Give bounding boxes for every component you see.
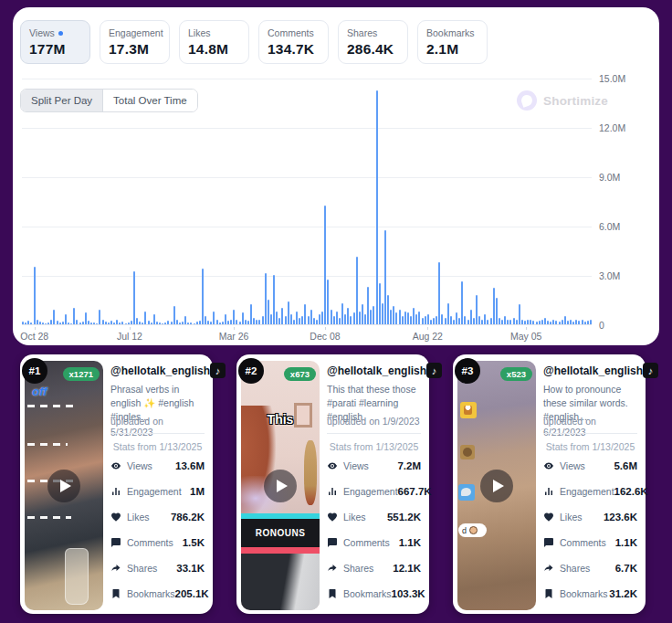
metric-label: Comments (268, 27, 314, 38)
bar-chart-icon (543, 486, 554, 497)
metric-card-views[interactable]: Views 177M (20, 20, 90, 64)
upload-date: uploaded on 1/9/2023 (327, 416, 420, 427)
stat-label: Likes (343, 512, 387, 523)
comment-icon (110, 537, 121, 548)
views-bar-chart[interactable] (22, 79, 592, 325)
stat-row-bookmarks: Bookmarks 31.2K (543, 586, 637, 601)
stat-row-comments: Comments 1.5K (110, 535, 205, 550)
x-tick-mark (35, 327, 36, 330)
stat-row-bookmarks: Bookmarks 205.1K (110, 586, 205, 601)
stat-label: Views (343, 460, 397, 471)
play-icon (493, 480, 504, 492)
stat-value: 1.1K (615, 537, 637, 548)
x-tick-mark (325, 327, 326, 330)
stat-row-views: Views 13.6M (110, 459, 205, 473)
multiplier-badge: x673 (284, 367, 316, 381)
share-icon (543, 563, 554, 574)
chart-bars (22, 78, 592, 324)
video-thumbnail[interactable]: x1271 off (25, 361, 103, 610)
stat-row-likes: Likes 786.2K (110, 510, 205, 524)
stat-value: 667.7K (398, 486, 432, 497)
x-tick-label: Dec 08 (310, 331, 340, 342)
stats-from-label: Stats from 1/13/2025 (327, 441, 421, 452)
y-tick-label: 9.0M (599, 172, 620, 183)
caption-line (27, 405, 79, 407)
tiktok-icon: ♪ (643, 363, 658, 378)
stat-value: 786.2K (171, 512, 205, 523)
stat-label: Shares (560, 563, 615, 574)
y-tick-label: 6.0M (599, 221, 620, 232)
y-axis: 15.0M 12.0M 9.0M 6.0M 3.0M 0 (599, 79, 654, 325)
stat-row-likes: Likes 123.6K (543, 510, 637, 524)
stat-label: Comments (343, 537, 399, 548)
dried-flowers (304, 440, 317, 505)
y-tick-label: 3.0M (599, 270, 620, 281)
comment-icon (543, 537, 554, 548)
stat-row-shares: Shares 6.7K (543, 561, 637, 575)
bar-chart-icon (327, 486, 338, 497)
stat-label: Bookmarks (127, 588, 175, 599)
video-thumbnail[interactable]: x523 d (457, 361, 536, 610)
stat-row-views: Views 7.2M (327, 459, 421, 473)
metric-card-likes[interactable]: Likes 14.8M (179, 20, 249, 64)
stat-label: Views (127, 460, 175, 471)
bottom-clip (241, 554, 320, 610)
word-pill: d (458, 523, 487, 537)
split-per-day-button[interactable]: Split Per Day (21, 90, 103, 111)
stat-row-shares: Shares 33.1K (110, 561, 205, 575)
stat-label: Comments (560, 537, 615, 548)
play-button[interactable] (480, 470, 513, 502)
metric-card-comments[interactable]: Comments 134.7K (258, 20, 329, 64)
face-emoji (469, 526, 478, 534)
metric-card-bookmarks[interactable]: Bookmarks 2.1M (417, 20, 488, 64)
username[interactable]: @hellotalk_english (327, 364, 426, 377)
play-button[interactable] (47, 470, 80, 502)
stat-value: 162.6K (614, 486, 648, 497)
username[interactable]: @hellotalk_english (110, 364, 210, 377)
stat-row-comments: Comments 1.1K (543, 535, 637, 550)
bookmark-icon (110, 588, 121, 599)
play-icon (60, 480, 71, 492)
bar-chart-icon (110, 486, 121, 497)
stat-row-likes: Likes 551.2K (327, 510, 421, 524)
eye-icon (543, 460, 554, 471)
total-over-time-button[interactable]: Total Over Time (103, 90, 197, 111)
thumbnail-overlay-text: off (32, 385, 47, 398)
heart-icon (543, 512, 554, 523)
chart-mode-toggle: Split Per Day Total Over Time (20, 89, 198, 112)
stat-value: 103.3K (392, 588, 425, 599)
stat-value: 31.2K (609, 588, 637, 599)
metric-card-engagement[interactable]: Engagement 17.3M (100, 20, 170, 64)
username[interactable]: @hellotalk_english (543, 364, 643, 377)
stat-value: 6.7K (615, 563, 637, 574)
metric-value: 2.1M (426, 41, 478, 58)
video-card-2: #2 x673 This RONOUNS @hellotalk_english … (236, 354, 429, 614)
stats-from-label: Stats from 1/13/2025 (543, 441, 637, 452)
heart-icon (327, 512, 338, 523)
y-tick-label: 0 (599, 320, 604, 331)
thumbnail-overlay-text: This (241, 412, 320, 427)
eye-icon (327, 460, 338, 471)
stat-label: Engagement (560, 486, 614, 497)
upload-date: uploaded on 5/31/2023 (110, 416, 205, 438)
metric-value: 286.4K (347, 41, 399, 58)
stat-value: 12.1K (393, 563, 421, 574)
video-thumbnail[interactable]: x673 This RONOUNS (241, 361, 320, 610)
pronouns-banner: RONOUNS (241, 519, 320, 547)
x-tick-mark (427, 327, 428, 330)
stat-row-bookmarks: Bookmarks 103.3K (327, 586, 421, 601)
metric-value: 17.3M (109, 41, 161, 58)
bird-emoji-sticker (458, 484, 475, 501)
stat-label: Engagement (343, 486, 398, 497)
metric-card-shares[interactable]: Shares 286.4K (338, 20, 408, 64)
stat-label: Shares (127, 563, 176, 574)
x-tick-label: Mar 26 (219, 331, 249, 342)
metric-value: 14.8M (188, 41, 240, 58)
x-tick-label: May 05 (510, 331, 541, 342)
stat-value: 551.2K (387, 512, 421, 523)
play-button[interactable] (264, 470, 297, 502)
metrics-row: Views 177M Engagement 17.3M Likes 14.8M … (20, 20, 488, 64)
shortimize-logo-icon (517, 90, 537, 111)
video-card-3: #3 x523 d @hellotalk_english ♪ How to pr… (453, 354, 646, 614)
analytics-panel: Views 177M Engagement 17.3M Likes 14.8M … (13, 7, 659, 345)
